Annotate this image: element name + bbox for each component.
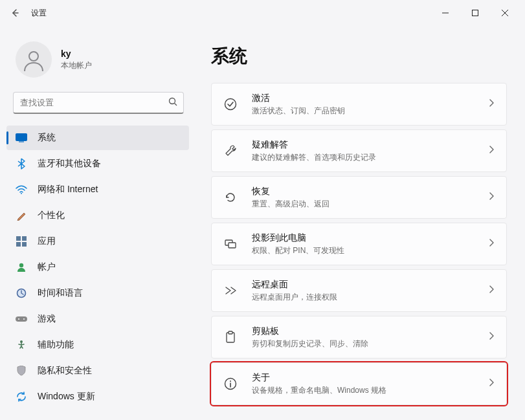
nav-label: 蓝牙和其他设备 — [38, 158, 101, 170]
nav-item-gaming[interactable]: 游戏 — [6, 307, 189, 331]
search-input[interactable] — [13, 92, 184, 114]
settings-window: 设置 ky 本地帐户 — [0, 0, 525, 420]
account-icon — [16, 261, 27, 273]
svg-rect-11 — [16, 236, 21, 241]
svg-point-19 — [23, 318, 25, 320]
svg-rect-17 — [16, 316, 27, 322]
check-circle-icon — [223, 97, 238, 111]
card-about[interactable]: 关于设备规格，重命名电脑、Windows 规格 — [211, 362, 507, 405]
maximize-button[interactable] — [460, 3, 490, 23]
card-recovery[interactable]: 恢复重置、高级启动、返回 — [211, 176, 507, 219]
card-activation[interactable]: 激活激活状态、订阅、产品密钥 — [211, 83, 507, 126]
svg-point-18 — [18, 318, 19, 320]
wifi-icon — [16, 184, 27, 195]
chevron-right-icon — [488, 238, 495, 250]
nav-label: 时间和语言 — [38, 287, 83, 299]
system-icon — [16, 132, 27, 144]
update-icon — [16, 391, 27, 403]
clipboard-icon — [223, 330, 238, 344]
user-profile[interactable]: ky 本地帐户 — [6, 32, 193, 89]
recovery-icon — [223, 190, 238, 204]
nav-item-personalization[interactable]: 个性化 — [6, 203, 189, 228]
close-button[interactable] — [490, 3, 520, 23]
nav-label: 游戏 — [38, 313, 56, 325]
svg-point-21 — [225, 99, 236, 110]
apps-icon — [16, 236, 27, 247]
nav-label: 网络和 Internet — [38, 184, 98, 195]
card-subtitle: 建议的疑难解答、首选项和历史记录 — [252, 152, 488, 163]
minimize-button[interactable] — [430, 3, 460, 23]
card-subtitle: 重置、高级启动、返回 — [252, 199, 488, 210]
nav-item-system[interactable]: 系统 — [6, 126, 189, 150]
chevron-right-icon — [488, 98, 495, 110]
titlebar: 设置 — [0, 0, 525, 26]
close-icon — [502, 10, 508, 16]
back-arrow-icon — [10, 8, 20, 18]
nav-item-apps[interactable]: 应用 — [6, 229, 189, 254]
nav-item-privacy[interactable]: 隐私和安全性 — [6, 359, 189, 383]
card-subtitle: 远程桌面用户，连接权限 — [252, 292, 488, 303]
svg-rect-23 — [229, 243, 236, 248]
card-title: 投影到此电脑 — [252, 232, 488, 244]
svg-rect-25 — [229, 331, 232, 334]
nav-item-bluetooth[interactable]: 蓝牙和其他设备 — [6, 151, 189, 176]
nav-list: 系统 蓝牙和其他设备 网络和 Internet 个性化 应用 — [6, 126, 189, 409]
chevron-right-icon — [488, 378, 495, 390]
wrench-icon — [223, 144, 238, 158]
chevron-right-icon — [488, 331, 495, 343]
sidebar: ky 本地帐户 系统 蓝牙和其他设备 — [0, 26, 193, 420]
svg-point-5 — [29, 52, 38, 61]
avatar — [16, 41, 52, 78]
main-content: 系统 激活激活状态、订阅、产品密钥 疑难解答建议的疑难解答、首选项和历史记录 恢… — [193, 26, 525, 420]
card-title: 关于 — [252, 372, 488, 384]
nav-item-accessibility[interactable]: 辅助功能 — [6, 333, 189, 357]
svg-point-6 — [170, 98, 175, 104]
accessibility-icon — [16, 339, 27, 351]
card-troubleshoot[interactable]: 疑难解答建议的疑难解答、首选项和历史记录 — [211, 129, 507, 172]
shield-icon — [16, 365, 27, 377]
page-title: 系统 — [211, 44, 507, 69]
card-project[interactable]: 投影到此电脑权限、配对 PIN、可发现性 — [211, 223, 507, 265]
nav-label: 辅助功能 — [38, 339, 74, 351]
card-title: 恢复 — [252, 186, 488, 197]
nav-item-accounts[interactable]: 帐户 — [6, 255, 189, 280]
window-title: 设置 — [31, 8, 47, 19]
nav-label: Windows 更新 — [38, 391, 95, 403]
card-title: 疑难解答 — [252, 139, 488, 151]
svg-rect-13 — [16, 242, 21, 247]
nav-label: 个性化 — [38, 210, 65, 221]
card-subtitle: 设备规格，重命名电脑、Windows 规格 — [252, 385, 488, 396]
chevron-right-icon — [488, 285, 495, 296]
svg-line-7 — [175, 104, 177, 106]
nav-item-network[interactable]: 网络和 Internet — [6, 177, 189, 202]
svg-rect-2 — [473, 10, 478, 16]
settings-cards: 激活激活状态、订阅、产品密钥 疑难解答建议的疑难解答、首选项和历史记录 恢复重置… — [211, 83, 507, 405]
card-clipboard[interactable]: 剪贴板剪切和复制历史记录、同步、清除 — [211, 316, 507, 359]
brush-icon — [16, 210, 27, 221]
card-subtitle: 激活状态、订阅、产品密钥 — [252, 105, 488, 116]
card-remote-desktop[interactable]: 远程桌面远程桌面用户，连接权限 — [211, 269, 507, 312]
card-title: 激活 — [252, 93, 488, 104]
remote-desktop-icon — [223, 283, 238, 298]
search-container — [13, 92, 184, 114]
card-subtitle: 剪切和复制历史记录、同步、清除 — [252, 338, 488, 349]
card-title: 剪贴板 — [252, 326, 488, 337]
card-title: 远程桌面 — [252, 279, 488, 291]
window-controls — [430, 3, 520, 23]
back-button[interactable] — [5, 3, 25, 23]
nav-label: 帐户 — [38, 261, 56, 273]
nav-item-time-language[interactable]: 时间和语言 — [6, 281, 189, 305]
user-name: ky — [61, 49, 92, 59]
user-subtitle: 本地帐户 — [61, 60, 92, 71]
svg-point-15 — [19, 263, 23, 267]
gaming-icon — [16, 313, 27, 325]
maximize-icon — [472, 10, 478, 16]
svg-point-27 — [230, 381, 231, 382]
nav-label: 应用 — [38, 236, 56, 247]
svg-point-10 — [21, 193, 22, 194]
info-icon — [223, 377, 238, 391]
nav-label: 隐私和安全性 — [38, 365, 92, 377]
nav-item-update[interactable]: Windows 更新 — [6, 384, 189, 409]
chevron-right-icon — [488, 192, 495, 203]
card-subtitle: 权限、配对 PIN、可发现性 — [252, 245, 488, 256]
